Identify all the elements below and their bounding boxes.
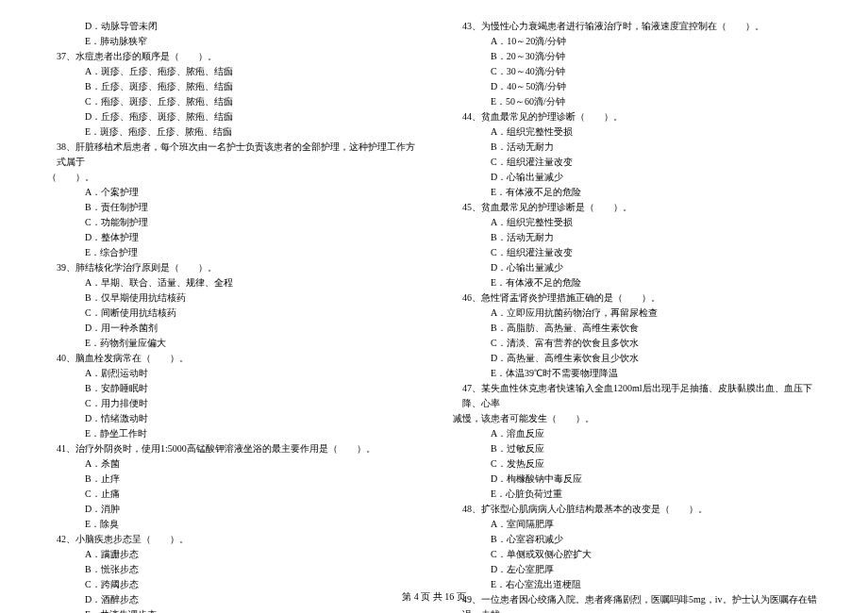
option-text: E．有体液不足的危险 [453,275,821,290]
option-text: B．活动无耐力 [453,230,821,245]
option-text: C．功能制护理 [47,215,415,230]
question-40: 40、脑血栓发病常在（ ）。 [47,351,415,366]
q-num: 47 [462,383,472,393]
option-text: C．30～40滴/分钟 [453,64,821,79]
q-num: 38 [57,141,66,152]
question-47: 47、某失血性休克患者快速输入全血1200ml后出现手足抽搐、皮肤黏膜出血、血压… [453,381,821,411]
option-text: A．蹒跚步态 [47,547,415,562]
option-text: C．清淡、富有营养的饮食且多饮水 [453,336,821,351]
option-text: C．组织灌注量改变 [453,155,821,170]
option-text: C．止痛 [47,487,415,502]
option-text: B．仅早期使用抗结核药 [47,290,415,306]
right-column: 43、为慢性心力衰竭患者进行输液治疗时，输液速度宜控制在（ ）。 A．10～20… [453,19,821,566]
q-num: 40 [57,353,66,363]
option-text: B．安静睡眠时 [47,381,415,396]
q-num: 41 [57,443,66,454]
left-column: D．动脉导管未闭 E．肺动脉狭窄 37、水痘患者出疹的顺序是（ ）。 A．斑疹、… [47,19,415,566]
option-text: C．间断使用抗结核药 [47,306,415,321]
question-42: 42、小脑疾患步态呈（ ）。 [47,532,415,547]
option-text: B．过敏反应 [453,441,821,456]
q-num: 37 [57,51,66,61]
option-text: A．溶血反应 [453,426,821,441]
question-48: 48、扩张型心肌病病人心脏结构最基本的改变是（ ）。 [453,502,821,517]
option-text: B．20～30滴/分钟 [453,49,821,64]
q-text: 肝脏移植术后患者，每个班次由一名护士负责该患者的全部护理，这种护理工作方式属于 [57,141,415,167]
option-text: B．责任制护理 [47,200,415,215]
option-text: E．肺动脉狭窄 [47,34,415,49]
q-num: 44 [462,111,472,122]
question-cont: 减慢，该患者可能发生（ ）。 [453,411,821,426]
option-text: E．除臭 [47,517,415,532]
question-37: 37、水痘患者出疹的顺序是（ ）。 [47,49,415,64]
q-text: 扩张型心肌病病人心脏结构最基本的改变是（ ）。 [481,504,708,514]
option-text: C．疱疹、斑疹、丘疹、脓疱、结痂 [47,94,415,109]
option-text: E．静坐工作时 [47,426,415,441]
option-text: A．10～20滴/分钟 [453,34,821,49]
q-num: 42 [57,534,66,544]
question-38: 38、肝脏移植术后患者，每个班次由一名护士负责该患者的全部护理，这种护理工作方式… [47,140,415,170]
q-text: 急性肾盂肾炎护理措施正确的是（ ）。 [481,292,660,303]
option-text: D．消肿 [47,502,415,517]
question-39: 39、肺结核化学治疗原则是（ ）。 [47,260,415,275]
option-text: D．枸橼酸钠中毒反应 [453,472,821,487]
q-text: 贫血最常见的护理诊断（ ）。 [481,111,623,122]
option-text: C．组织灌注量改变 [453,245,821,260]
q-text: 贫血最常见的护理诊断是（ ）。 [481,202,632,212]
option-text: A．组织完整性受损 [453,215,821,230]
option-text: B．活动无耐力 [453,140,821,155]
option-text: C．发热反应 [453,456,821,472]
option-text: B．丘疹、斑疹、疱疹、脓疱、结痂 [47,79,415,94]
q-num: 43 [462,21,472,31]
page-footer: 第 4 页 共 16 页 [0,590,868,604]
q-text: 脑血栓发病常在（ ）。 [75,353,189,363]
question-cont: （ ）。 [47,170,415,185]
q-num: 48 [462,504,472,514]
q-text: 某失血性休克患者快速输入全血1200ml后出现手足抽搐、皮肤黏膜出血、血压下降、… [462,383,812,408]
option-text: D．心输出量减少 [453,260,821,275]
option-text: A．室间隔肥厚 [453,517,821,532]
option-text: D．整体护理 [47,230,415,245]
two-column-layout: D．动脉导管未闭 E．肺动脉狭窄 37、水痘患者出疹的顺序是（ ）。 A．斑疹、… [47,19,821,566]
q-num: 39 [57,262,66,273]
option-text: C．单侧或双侧心腔扩大 [453,547,821,562]
option-text: D．高热量、高维生素饮食且少饮水 [453,351,821,366]
option-text: E．斑疹、疱疹、丘疹、脓疱、结痂 [47,124,415,140]
option-text: E．药物剂量应偏大 [47,336,415,351]
option-text: D．40～50滴/分钟 [453,79,821,94]
option-text: E．有体液不足的危险 [453,185,821,200]
q-num: 45 [462,202,472,212]
q-text: 为慢性心力衰竭患者进行输液治疗时，输液速度宜控制在（ ）。 [481,21,764,31]
option-text: E．50～60滴/分钟 [453,94,821,109]
option-text: B．心室容积减少 [453,532,821,547]
option-text: A．个案护理 [47,185,415,200]
option-text: B．高脂肪、高热量、高维生素饮食 [453,321,821,336]
option-text: A．早期、联合、适量、规律、全程 [47,275,415,290]
option-text: E．综合护理 [47,245,415,260]
option-text: D．用一种杀菌剂 [47,321,415,336]
option-text: A．剧烈运动时 [47,366,415,381]
q-text: 治疗外阴炎时，使用1:5000高锰酸钾溶液坐浴的最主要作用是（ ）。 [75,443,376,454]
option-text: E．共济失调步态 [47,607,415,613]
option-text: E．体温39℃时不需要物理降温 [453,366,821,381]
option-text: B．慌张步态 [47,562,415,577]
option-text: A．杀菌 [47,456,415,472]
option-text: D．丘疹、疱疹、斑疹、脓疱、结痂 [47,109,415,124]
question-46: 46、急性肾盂肾炎护理措施正确的是（ ）。 [453,290,821,306]
option-text: A．立即应用抗菌药物治疗，再留尿检查 [453,306,821,321]
option-text: A．斑疹、丘疹、疱疹、脓疱、结痂 [47,64,415,79]
option-text: D．情绪激动时 [47,411,415,426]
q-text: 小脑疾患步态呈（ ）。 [75,534,189,544]
option-text: B．止痒 [47,472,415,487]
option-text: D．动脉导管未闭 [47,19,415,34]
q-text: 水痘患者出疹的顺序是（ ）。 [75,51,217,61]
option-text: D．心输出量减少 [453,170,821,185]
question-41: 41、治疗外阴炎时，使用1:5000高锰酸钾溶液坐浴的最主要作用是（ ）。 [47,441,415,456]
option-text: A．组织完整性受损 [453,124,821,140]
q-num: 46 [462,292,472,303]
q-text: 肺结核化学治疗原则是（ ）。 [75,262,217,273]
question-45: 45、贫血最常见的护理诊断是（ ）。 [453,200,821,215]
option-text: C．用力排便时 [47,396,415,411]
option-text: D．左心室肥厚 [453,562,821,577]
question-44: 44、贫血最常见的护理诊断（ ）。 [453,109,821,124]
question-43: 43、为慢性心力衰竭患者进行输液治疗时，输液速度宜控制在（ ）。 [453,19,821,34]
